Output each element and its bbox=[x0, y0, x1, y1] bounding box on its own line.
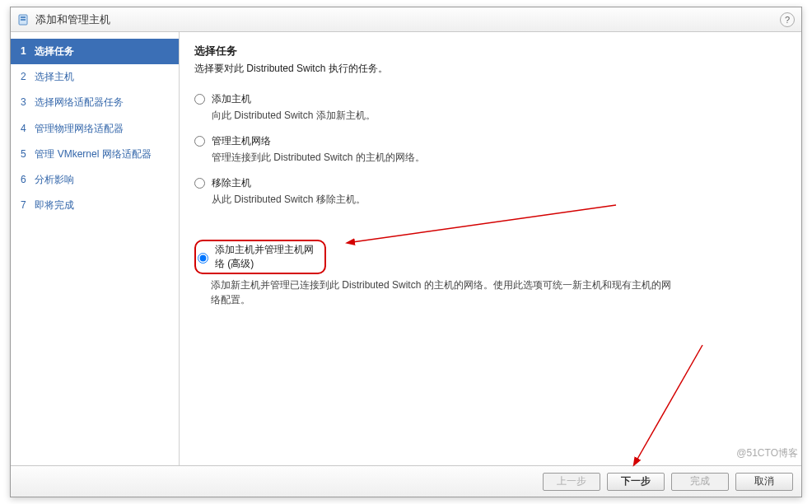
svg-line-3 bbox=[352, 205, 616, 242]
step-select-adapter-tasks[interactable]: 3 选择网络适配器任务 bbox=[11, 90, 179, 115]
dialog-footer: 上一步 下一步 完成 取消 bbox=[11, 465, 801, 497]
watermark: @51CTO博客 bbox=[736, 446, 798, 460]
step-number: 3 bbox=[21, 95, 32, 110]
next-button[interactable]: 下一步 bbox=[607, 473, 665, 491]
step-label: 选择主机 bbox=[35, 71, 74, 82]
radio-add-and-manage-advanced[interactable] bbox=[198, 253, 208, 264]
step-label: 选择任务 bbox=[35, 45, 74, 57]
step-label: 即将完成 bbox=[35, 199, 74, 211]
dialog-title: 添加和管理主机 bbox=[35, 12, 110, 27]
step-label: 管理 VMkernel 网络适配器 bbox=[35, 148, 151, 160]
step-number: 4 bbox=[21, 121, 32, 137]
step-analyze-impact[interactable]: 6 分析影响 bbox=[11, 167, 179, 193]
svg-rect-1 bbox=[21, 16, 26, 18]
svg-rect-2 bbox=[21, 19, 26, 21]
option-desc: 从此 Distributed Switch 移除主机。 bbox=[212, 192, 786, 207]
step-ready-to-complete[interactable]: 7 即将完成 bbox=[11, 193, 179, 218]
radio-remove-hosts[interactable] bbox=[194, 178, 205, 189]
option-label: 添加主机 bbox=[212, 92, 251, 106]
option-add-hosts[interactable]: 添加主机 向此 Distributed Switch 添加新主机。 bbox=[194, 92, 786, 123]
titlebar: 添加和管理主机 ? bbox=[11, 7, 801, 32]
step-manage-physical-adapters[interactable]: 4 管理物理网络适配器 bbox=[11, 116, 179, 142]
option-body: 管理主机网络 管理连接到此 Distributed Switch 的主机的网络。 bbox=[212, 134, 786, 165]
option-desc: 管理连接到此 Distributed Switch 的主机的网络。 bbox=[212, 150, 786, 165]
step-label: 分析影响 bbox=[35, 174, 74, 185]
step-select-task[interactable]: 1 选择任务 bbox=[11, 39, 179, 64]
option-label: 管理主机网络 bbox=[212, 134, 271, 148]
option-manage-host-networking[interactable]: 管理主机网络 管理连接到此 Distributed Switch 的主机的网络。 bbox=[194, 134, 786, 165]
step-number: 6 bbox=[21, 172, 32, 188]
radio-add-hosts[interactable] bbox=[194, 94, 205, 105]
option-remove-hosts[interactable]: 移除主机 从此 Distributed Switch 移除主机。 bbox=[194, 176, 786, 207]
option-desc: 向此 Distributed Switch 添加新主机。 bbox=[212, 108, 786, 123]
step-label: 选择网络适配器任务 bbox=[35, 96, 124, 108]
annotation-highlight-box: 添加主机并管理主机网络 (高级) bbox=[194, 240, 326, 274]
page-title: 选择任务 bbox=[194, 44, 786, 58]
hosts-icon bbox=[17, 13, 30, 26]
step-number: 7 bbox=[21, 198, 32, 213]
add-manage-hosts-dialog: 添加和管理主机 ? 1 选择任务 2 选择主机 3 选择网络适配器任务 4 管理… bbox=[10, 7, 802, 497]
option-label: 移除主机 bbox=[212, 176, 251, 190]
back-button[interactable]: 上一步 bbox=[543, 473, 600, 491]
cancel-button[interactable]: 取消 bbox=[735, 473, 793, 491]
main-content: 选择任务 选择要对此 Distributed Switch 执行的任务。 添加主… bbox=[180, 32, 801, 465]
radio-manage-host-networking[interactable] bbox=[194, 136, 205, 147]
step-number: 1 bbox=[21, 44, 32, 59]
option-label: 添加主机并管理主机网络 (高级) bbox=[215, 243, 318, 271]
help-button[interactable]: ? bbox=[780, 12, 795, 27]
option-body: 移除主机 从此 Distributed Switch 移除主机。 bbox=[212, 176, 786, 207]
option-add-and-manage-advanced[interactable]: 添加主机并管理主机网络 (高级) bbox=[194, 240, 786, 274]
finish-button[interactable]: 完成 bbox=[671, 473, 729, 491]
option-desc: 添加新主机并管理已连接到此 Distributed Switch 的主机的网络。… bbox=[211, 278, 672, 307]
dialog-body: 1 选择任务 2 选择主机 3 选择网络适配器任务 4 管理物理网络适配器 5 … bbox=[11, 32, 801, 465]
step-label: 管理物理网络适配器 bbox=[35, 123, 124, 134]
step-number: 2 bbox=[21, 69, 32, 85]
step-select-hosts[interactable]: 2 选择主机 bbox=[11, 64, 179, 90]
step-number: 5 bbox=[21, 147, 32, 162]
page-subtitle: 选择要对此 Distributed Switch 执行的任务。 bbox=[194, 62, 786, 76]
option-body: 添加主机 向此 Distributed Switch 添加新主机。 bbox=[212, 92, 786, 123]
wizard-steps-sidebar: 1 选择任务 2 选择主机 3 选择网络适配器任务 4 管理物理网络适配器 5 … bbox=[11, 32, 180, 465]
step-manage-vmkernel-adapters[interactable]: 5 管理 VMkernel 网络适配器 bbox=[11, 142, 179, 167]
